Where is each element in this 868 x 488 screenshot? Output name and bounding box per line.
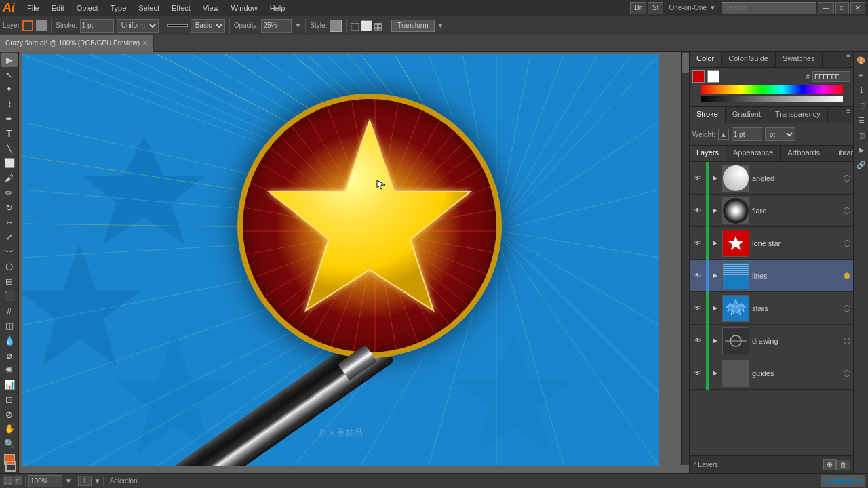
layer-item-angled[interactable]: 👁 ▶ angled	[690, 162, 853, 195]
layer-target-flare[interactable]	[844, 207, 850, 214]
tab-appearance[interactable]: Appearance	[726, 146, 781, 161]
panel-icon-stroke[interactable]: ✒	[855, 69, 867, 81]
rectangle-tool[interactable]: ⬜	[1, 156, 18, 170]
minimize-button[interactable]: —	[818, 2, 834, 14]
stroke-weight-input[interactable]	[80, 19, 114, 33]
menu-view[interactable]: View	[197, 3, 224, 14]
slice-tool[interactable]: ⊘	[1, 407, 18, 422]
layer-expand-angled[interactable]: ▶	[711, 174, 719, 182]
style-swatch[interactable]	[330, 20, 342, 32]
scale-tool[interactable]: ⤢	[1, 230, 18, 244]
shape-builder-tool[interactable]: ⊞	[1, 274, 18, 289]
warp-tool[interactable]: 〰	[1, 245, 18, 259]
tab-color-guide[interactable]: Color Guide	[722, 52, 776, 67]
panel-icon-link[interactable]: 🔗	[855, 159, 867, 171]
layer-target-lines[interactable]	[844, 272, 850, 279]
vertical-scrollbar[interactable]	[681, 52, 689, 465]
hand-tool[interactable]: ✋	[1, 422, 18, 436]
blend-tool[interactable]: ⌀	[1, 348, 18, 363]
line-tool[interactable]: ╲	[1, 142, 18, 156]
workspace-dropdown-icon[interactable]: ▼	[709, 4, 716, 12]
layer-expand-stars[interactable]: ▶	[711, 304, 719, 312]
panel-icon-pathfinder[interactable]: ◫	[855, 129, 867, 141]
maximize-button[interactable]: □	[835, 2, 849, 14]
close-button[interactable]: ✕	[850, 2, 865, 14]
direct-selection-tool[interactable]: ↖	[1, 68, 18, 82]
panel-icon-info[interactable]: ℹ	[855, 84, 867, 96]
column-graph-tool[interactable]: 📊	[1, 378, 18, 392]
layer-visibility-lone-star[interactable]: 👁	[692, 238, 703, 249]
layer-expand-flare[interactable]: ▶	[711, 207, 719, 215]
tab-transparency[interactable]: Transparency	[768, 107, 828, 123]
artwork[interactable]: /* lines generated below */	[22, 54, 659, 466]
layer-visibility-stars[interactable]: 👁	[692, 303, 703, 314]
type-tool[interactable]: T	[1, 127, 18, 141]
pen-tool[interactable]: ✒	[1, 112, 18, 126]
opacity-arrow[interactable]: ▼	[294, 22, 301, 29]
bridge-button[interactable]: Br	[630, 2, 646, 14]
rotate-tool[interactable]: ↻	[1, 201, 18, 215]
tab-stroke[interactable]: Stroke	[690, 107, 726, 123]
stroke-indicator[interactable]	[36, 20, 47, 31]
layer-item-drawing[interactable]: 👁 ▶ drawing	[690, 325, 853, 357]
magic-wand-tool[interactable]: ✦	[1, 83, 18, 97]
make-sublayer-button[interactable]: ⊕	[823, 459, 836, 470]
free-transform-tool[interactable]: ⬡	[1, 260, 18, 274]
selection-tool[interactable]: ▶	[1, 53, 18, 67]
stroke-swatch[interactable]	[707, 70, 719, 83]
mesh-tool[interactable]: #	[1, 304, 18, 318]
layer-expand-guides[interactable]: ▶	[711, 369, 719, 378]
stroke-weight-field[interactable]	[732, 127, 762, 141]
fill-indicator[interactable]	[22, 20, 33, 31]
search-input[interactable]	[722, 2, 816, 14]
lasso-tool[interactable]: ⌇	[1, 97, 18, 111]
layer-expand-lines[interactable]: ▶	[711, 272, 719, 280]
tab-close-button[interactable]: ✕	[142, 39, 148, 47]
layer-visibility-lines[interactable]: 👁	[692, 270, 703, 281]
layer-visibility-flare[interactable]: 👁	[692, 205, 703, 216]
layer-expand-lone-star[interactable]: ▶	[711, 239, 719, 247]
layer-item-lone-star[interactable]: 👁 ▶ lone star	[690, 227, 853, 260]
layer-target-drawing[interactable]	[844, 338, 850, 344]
eyedropper-tool[interactable]: 💧	[1, 333, 18, 348]
menu-object[interactable]: Object	[71, 3, 104, 14]
layer-visibility-drawing[interactable]: 👁	[692, 336, 703, 346]
fill-swatch[interactable]	[692, 70, 705, 83]
layer-expand-drawing[interactable]: ▶	[711, 337, 719, 345]
zoom-dropdown-icon[interactable]: ▼	[65, 477, 72, 485]
tab-layers[interactable]: Layers	[690, 146, 726, 161]
document-tab[interactable]: Crazy flare.ai* @ 100% (RGB/GPU Preview)…	[0, 35, 154, 52]
menu-edit[interactable]: Edit	[46, 3, 70, 14]
zoom-input[interactable]	[28, 475, 62, 487]
menu-file[interactable]: File	[22, 3, 45, 14]
stroke-box[interactable]	[5, 461, 16, 472]
canvas-area[interactable]: /* lines generated below */	[19, 52, 689, 473]
distribute-icon[interactable]: ▦	[374, 20, 382, 31]
layer-target-lone-star[interactable]	[844, 240, 850, 247]
transform-dropdown-icon[interactable]: ▼	[437, 22, 444, 29]
gpu-preview-toggle[interactable]: ⬚ □	[3, 476, 22, 485]
stroke-panel-menu-icon[interactable]: ≡	[846, 107, 850, 123]
stroke-style-select[interactable]: Basic	[191, 19, 225, 33]
symbol-sprayer-tool[interactable]: ✺	[1, 363, 18, 377]
align-left-icon[interactable]: ⬚	[351, 20, 359, 31]
menu-effect[interactable]: Effect	[166, 3, 196, 14]
layer-item-guides[interactable]: 👁 ▶ guides	[690, 357, 853, 390]
paintbrush-tool[interactable]: 🖌	[1, 171, 18, 185]
color-panel-menu-icon[interactable]: ≡	[846, 52, 850, 67]
layer-target-stars[interactable]	[844, 305, 850, 312]
menu-window[interactable]: Window	[226, 3, 263, 14]
panel-icon-transform[interactable]: ⬚	[855, 99, 867, 111]
gradient-tool[interactable]: ◫	[1, 319, 18, 333]
tab-libraries[interactable]: Libraries	[827, 146, 853, 161]
artboard-tool[interactable]: ⊡	[1, 392, 18, 407]
tab-color[interactable]: Color	[690, 52, 722, 67]
layer-item-lines[interactable]: 👁 ▶ lines	[690, 260, 853, 292]
pencil-tool[interactable]: ✏	[1, 186, 18, 200]
vertical-scrollbar-thumb[interactable]	[682, 53, 689, 73]
align-center-icon[interactable]: ⬜	[361, 20, 372, 31]
menu-type[interactable]: Type	[105, 3, 132, 14]
tab-gradient[interactable]: Gradient	[726, 107, 768, 123]
layer-target-guides[interactable]	[844, 370, 850, 377]
layer-visibility-angled[interactable]: 👁	[692, 173, 703, 184]
